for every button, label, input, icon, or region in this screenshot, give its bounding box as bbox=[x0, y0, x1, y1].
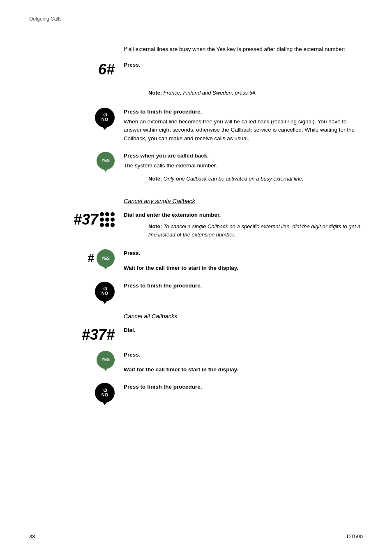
step-icon-yes2: YES bbox=[29, 351, 124, 369]
model-name: DT590 bbox=[347, 533, 363, 540]
step-dial-37hash: #37# Dial. bbox=[29, 326, 363, 343]
step-no-finish3: ⏻ NO Press to finish the procedure. bbox=[29, 383, 363, 403]
section-cancel-all-heading: Cancel all Callbacks bbox=[124, 313, 363, 320]
note1-block: Note: France, Finland and Sweden, press … bbox=[148, 89, 363, 97]
step-icon-yes1: YES bbox=[29, 152, 124, 170]
step-hash-yes: # YES Press. Wait for the call timer to … bbox=[29, 249, 363, 274]
section-cancel-single-heading: Cancel any single Callback bbox=[124, 198, 363, 204]
step-content-no2: Press to finish the procedure. bbox=[124, 282, 363, 292]
no-button-3: ⏻ NO bbox=[95, 383, 115, 403]
yes-button-3: YES bbox=[97, 351, 115, 369]
step-dial-37star: #37 Dial an bbox=[29, 211, 363, 242]
step-content-no3: Press to finish the procedure. bbox=[124, 383, 363, 393]
step-icon-no3: ⏻ NO bbox=[29, 383, 124, 403]
step-content-yes1: Press when you are called back. The syst… bbox=[124, 152, 363, 186]
step-content-6hash: Press. bbox=[124, 61, 363, 69]
step-no-finish: ⏻ NO Press to finish the procedure. When… bbox=[29, 108, 363, 144]
step-icon-37star: #37 bbox=[29, 211, 124, 228]
no-button-1: ⏻ NO bbox=[95, 108, 115, 127]
yes-button-2: YES bbox=[97, 249, 115, 267]
note1-row: Note: France, Finland and Sweden, press … bbox=[29, 86, 363, 100]
page-header: Outgoing Calls bbox=[29, 16, 62, 22]
note3-block: Note: To cancel a single Callback on a s… bbox=[148, 222, 363, 239]
yes-button-1: YES bbox=[97, 152, 115, 170]
step-content-37hash: Dial. bbox=[124, 326, 363, 336]
step-no-finish2: ⏻ NO Press to finish the procedure. bbox=[29, 282, 363, 301]
header-title: Outgoing Calls bbox=[29, 16, 62, 22]
step-content-no1: Press to finish the procedure. When an e… bbox=[124, 108, 363, 144]
37hash-label: #37# bbox=[82, 326, 115, 343]
no-button-2: ⏻ NO bbox=[95, 282, 115, 301]
step-content-yes2: Press. Wait for the call timer to start … bbox=[124, 351, 363, 376]
step-icon-hash-yes: # YES bbox=[29, 249, 124, 267]
step-content-37star: Dial and enter the extension number. Not… bbox=[124, 211, 363, 242]
note1-content: Note: France, Finland and Sweden, press … bbox=[124, 86, 363, 100]
keypad-grid bbox=[100, 212, 115, 227]
step-yes-callback: YES Press when you are called back. The … bbox=[29, 152, 363, 186]
step-6hash: 6# Press. bbox=[29, 61, 363, 78]
step-icon-6hash: 6# bbox=[29, 61, 124, 78]
step-content-hash-yes: Press. Wait for the call timer to start … bbox=[124, 249, 363, 274]
step-icon-no1: ⏻ NO bbox=[29, 108, 124, 127]
6hash-label: 6# bbox=[98, 61, 115, 78]
dial-37star-combo: #37 bbox=[74, 211, 115, 228]
intro-text: If all external lines are busy when the … bbox=[124, 45, 363, 53]
note2-block: Note: Only one Callback can be activated… bbox=[148, 175, 363, 183]
page-number: 38 bbox=[29, 533, 35, 540]
step-icon-no2: ⏻ NO bbox=[29, 282, 124, 301]
hash-yes-combo: # YES bbox=[88, 249, 115, 267]
step-yes-press2: YES Press. Wait for the call timer to st… bbox=[29, 351, 363, 376]
step-icon-37hash: #37# bbox=[29, 326, 124, 343]
main-content: If all external lines are busy when the … bbox=[29, 45, 363, 410]
